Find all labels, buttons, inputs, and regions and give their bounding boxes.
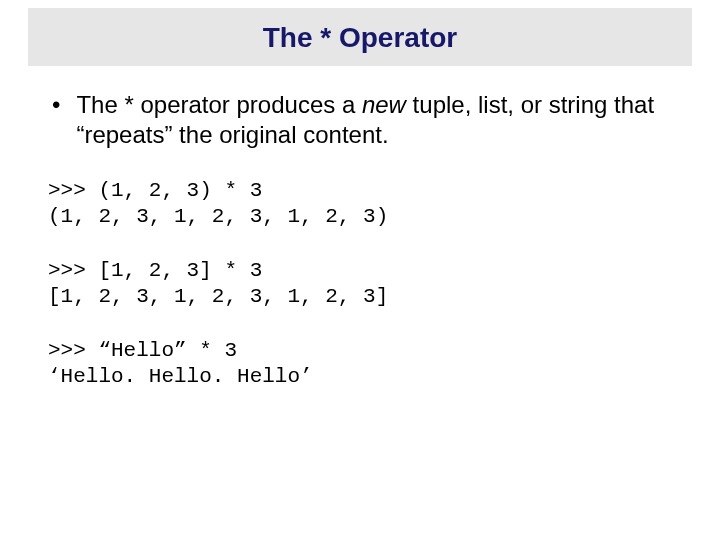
bullet-text: The * operator produces a new tuple, lis…	[76, 90, 672, 150]
slide-title: The * Operator	[28, 22, 692, 54]
bullet-item: • The * operator produces a new tuple, l…	[48, 90, 672, 150]
code-line: >>> “Hello” * 3	[48, 339, 237, 362]
bullet-text-pre: The * operator produces a	[76, 91, 362, 118]
code-example-string: >>> “Hello” * 3 ‘Hello. Hello. Hello’	[48, 338, 672, 390]
code-line: [1, 2, 3, 1, 2, 3, 1, 2, 3]	[48, 285, 388, 308]
code-line: >>> (1, 2, 3) * 3	[48, 179, 262, 202]
title-bar: The * Operator	[28, 8, 692, 66]
code-example-tuple: >>> (1, 2, 3) * 3 (1, 2, 3, 1, 2, 3, 1, …	[48, 178, 672, 230]
bullet-icon: •	[52, 90, 60, 120]
slide-content: • The * operator produces a new tuple, l…	[0, 66, 720, 390]
code-example-list: >>> [1, 2, 3] * 3 [1, 2, 3, 1, 2, 3, 1, …	[48, 258, 672, 310]
bullet-text-em: new	[362, 91, 406, 118]
code-line: ‘Hello. Hello. Hello’	[48, 365, 313, 388]
code-line: >>> [1, 2, 3] * 3	[48, 259, 262, 282]
code-line: (1, 2, 3, 1, 2, 3, 1, 2, 3)	[48, 205, 388, 228]
